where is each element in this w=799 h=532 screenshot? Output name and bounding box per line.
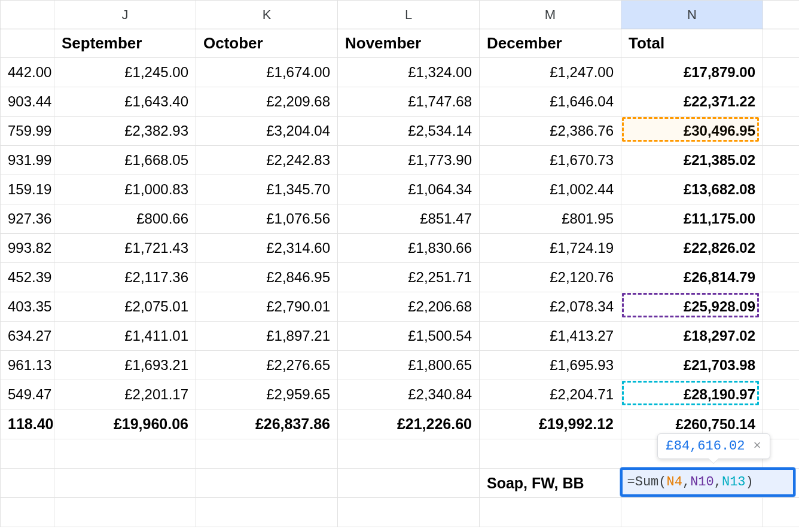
cell[interactable]: £1,000.83 [54,175,196,204]
cell[interactable] [763,58,800,87]
cell[interactable]: £1,695.93 [480,351,621,380]
cell[interactable] [1,439,54,469]
cell[interactable]: £2,251.71 [338,263,480,292]
cell[interactable]: £2,209.68 [196,87,338,117]
cell[interactable] [763,380,800,409]
cell-total[interactable]: £26,814.79 [621,263,763,292]
cell-total-ref-N13[interactable]: £28,190.97 [621,380,763,409]
cell[interactable]: £851.47 [338,204,480,234]
cell[interactable]: £2,340.84 [338,380,480,409]
cell-total-ref-N4[interactable]: £30,496.95 [621,117,763,146]
cell[interactable]: £1,064.34 [338,175,480,204]
cell[interactable]: £1,670.73 [480,146,621,175]
cell[interactable]: £2,201.17 [54,380,196,409]
cell[interactable]: £1,411.01 [54,322,196,351]
cell[interactable]: £2,790.01 [196,292,338,322]
label-soap-fw-bb[interactable]: Soap, FW, BB [480,469,621,498]
cell[interactable]: £2,204.71 [480,380,621,409]
table-row[interactable]: 759.99 £2,382.93 £3,204.04 £2,534.14 £2,… [1,117,800,146]
cell[interactable] [196,498,338,527]
column-header-blank[interactable] [763,1,800,29]
cell[interactable]: £21,226.60 [338,409,480,439]
column-header-J[interactable]: J [54,1,196,29]
cell[interactable]: £1,247.00 [480,58,621,87]
header-september[interactable]: September [54,29,196,58]
cell[interactable]: £2,242.83 [196,146,338,175]
cell[interactable]: 159.19 [1,175,54,204]
cell[interactable]: £801.95 [480,204,621,234]
cell[interactable]: £26,837.86 [196,409,338,439]
month-header-row[interactable]: September October November December Tota… [1,29,800,58]
cell[interactable]: £2,386.76 [480,117,621,146]
cell-total[interactable]: £21,385.02 [621,146,763,175]
cell-total-ref-N10[interactable]: £25,928.09 [621,292,763,322]
cell[interactable] [338,469,480,498]
cell[interactable]: £2,206.68 [338,292,480,322]
cell[interactable]: £1,897.21 [196,322,338,351]
header-december[interactable]: December [480,29,621,58]
cell[interactable] [621,498,763,527]
cell[interactable]: £2,276.65 [196,351,338,380]
column-header-L[interactable]: L [338,1,480,29]
table-row[interactable]: 452.39 £2,117.36 £2,846.95 £2,251.71 £2,… [1,263,800,292]
close-icon[interactable]: × [754,439,761,454]
cell[interactable]: £1,724.19 [480,234,621,263]
cell[interactable] [54,498,196,527]
cell[interactable]: £1,245.00 [54,58,196,87]
cell[interactable]: £1,668.05 [54,146,196,175]
table-row[interactable]: 634.27 £1,411.01 £1,897.21 £1,500.54 £1,… [1,322,800,351]
cell-total[interactable]: £13,682.08 [621,175,763,204]
cell[interactable]: £1,693.21 [54,351,196,380]
cell-total[interactable]: £18,297.02 [621,322,763,351]
cell[interactable] [196,439,338,469]
cell-total[interactable]: £22,826.02 [621,234,763,263]
cell-total[interactable]: £11,175.00 [621,204,763,234]
cell[interactable] [763,292,800,322]
cell[interactable]: £2,534.14 [338,117,480,146]
cell[interactable]: £1,413.27 [480,322,621,351]
table-row[interactable]: 993.82 £1,721.43 £2,314.60 £1,830.66 £1,… [1,234,800,263]
cell[interactable] [763,498,800,527]
cell[interactable]: £1,773.90 [338,146,480,175]
cell[interactable]: 993.82 [1,234,54,263]
table-row[interactable]: 159.19 £1,000.83 £1,345.70 £1,064.34 £1,… [1,175,800,204]
cell[interactable] [1,469,54,498]
column-header-row[interactable]: J K L M N [1,1,800,29]
cell[interactable] [763,146,800,175]
cell-total[interactable]: £21,703.98 [621,351,763,380]
header-november[interactable]: November [338,29,480,58]
cell-total[interactable]: £22,371.22 [621,87,763,117]
table-row[interactable]: 931.99 £1,668.05 £2,242.83 £1,773.90 £1,… [1,146,800,175]
table-row[interactable]: 961.13 £1,693.21 £2,276.65 £1,800.65 £1,… [1,351,800,380]
cell[interactable] [338,498,480,527]
cell[interactable] [480,439,621,469]
cell[interactable]: £1,830.66 [338,234,480,263]
cell[interactable] [54,439,196,469]
cell[interactable]: £1,500.54 [338,322,480,351]
header-october[interactable]: October [196,29,338,58]
cell[interactable]: 549.47 [1,380,54,409]
column-header-partial[interactable] [1,1,54,29]
cell[interactable]: 931.99 [1,146,54,175]
header-total[interactable]: Total [621,29,763,58]
table-row[interactable]: 927.36 £800.66 £1,076.56 £851.47 £801.95… [1,204,800,234]
cell[interactable]: £2,959.65 [196,380,338,409]
cell[interactable] [1,29,54,58]
cell[interactable]: £1,674.00 [196,58,338,87]
column-header-N[interactable]: N [621,1,763,29]
cell[interactable]: £2,120.76 [480,263,621,292]
cell[interactable] [338,439,480,469]
cell[interactable]: £800.66 [54,204,196,234]
cell[interactable]: £1,643.40 [54,87,196,117]
cell[interactable] [763,117,800,146]
cell[interactable] [763,234,800,263]
cell[interactable]: 961.13 [1,351,54,380]
cell[interactable]: £2,314.60 [196,234,338,263]
cell[interactable]: £1,721.43 [54,234,196,263]
table-row[interactable]: 903.44 £1,643.40 £2,209.68 £1,747.68 £1,… [1,87,800,117]
spreadsheet-viewport[interactable]: J K L M N September October November Dec… [0,0,799,527]
table-row[interactable]: 403.35 £2,075.01 £2,790.01 £2,206.68 £2,… [1,292,800,322]
cell[interactable]: £19,960.06 [54,409,196,439]
cell[interactable]: £1,800.65 [338,351,480,380]
cell[interactable]: £2,846.95 [196,263,338,292]
